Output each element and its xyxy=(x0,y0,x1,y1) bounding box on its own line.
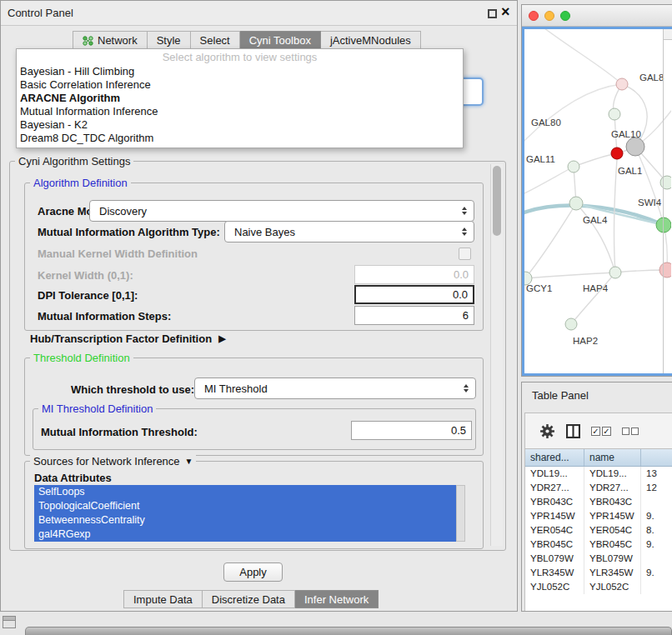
bottom-tab-discretize-data[interactable]: Discretize Data xyxy=(203,590,295,608)
control-panel-window: Control Panel × NetworkStyleSelectCyni T… xyxy=(0,0,518,612)
tab-cyni-toolbox[interactable]: Cyni Toolbox xyxy=(240,31,321,50)
columns-icon[interactable] xyxy=(566,424,580,438)
algorithm-option-mutual-information-inference[interactable]: Mutual Information Inference xyxy=(17,105,463,118)
table-panel: Table Panel ✓ ✓ shared...name YDL19...YD… xyxy=(521,382,672,612)
settings-scrollbar[interactable] xyxy=(490,164,503,546)
table-cell: YDR27... xyxy=(584,481,641,495)
zoom-traffic-light-icon[interactable] xyxy=(560,11,570,21)
attribute-item-betweennesscentrality[interactable]: BetweennessCentrality xyxy=(34,513,456,528)
aracne-mode-select[interactable]: Discovery xyxy=(89,200,474,222)
network-node[interactable] xyxy=(609,267,621,278)
algorithm-option-aracne-algorithm[interactable]: ARACNE Algorithm xyxy=(17,92,463,105)
algorithm-option-basic-correlation-inference[interactable]: Basic Correlation Inference xyxy=(17,78,463,92)
network-node[interactable] xyxy=(565,318,577,330)
table-row[interactable]: YBL079WYBL079W xyxy=(525,552,672,566)
table-row[interactable]: YLR345WYLR345W9. xyxy=(525,566,672,580)
network-node[interactable] xyxy=(568,161,579,172)
table-cell: 9. xyxy=(641,566,672,580)
column-header-shared[interactable]: shared... xyxy=(525,449,584,466)
attributes-scrollbar[interactable] xyxy=(456,485,465,542)
table-cell: YPR145W xyxy=(584,509,641,523)
algorithm-option-bayesian-k2[interactable]: Bayesian - K2 xyxy=(17,118,463,132)
network-edge[interactable] xyxy=(576,203,615,272)
table-row[interactable]: YDR27...YDR27...12 xyxy=(525,481,672,495)
network-edge[interactable] xyxy=(525,272,615,278)
table-cell: YER054C xyxy=(584,523,641,538)
network-view-window: GAL8GAL80GAL10GAL11GAL1SWI4GAL4GCY1HAP4H… xyxy=(521,4,672,377)
algorithm-option-dream8-dc-tdc-algorithm[interactable]: Dream8 DC_TDC Algorithm xyxy=(17,132,463,145)
network-edge[interactable] xyxy=(614,159,617,272)
table-cell: 13 xyxy=(641,467,672,481)
bottom-tab-impute-data[interactable]: Impute Data xyxy=(123,590,203,608)
network-edge[interactable] xyxy=(524,84,622,146)
node-label-gal8: GAL8 xyxy=(639,72,664,82)
table-row[interactable]: YBR043CYBR043C xyxy=(525,495,672,509)
bottom-tab-infer-network[interactable]: Infer Network xyxy=(295,590,379,608)
checked-box-icon: ✓ xyxy=(602,427,611,436)
tab-label: Cyni Toolbox xyxy=(249,34,311,47)
minimize-traffic-light-icon[interactable] xyxy=(544,11,554,21)
network-edge[interactable] xyxy=(571,272,615,324)
network-canvas[interactable]: GAL8GAL80GAL10GAL11GAL1SWI4GAL4GCY1HAP4H… xyxy=(522,27,672,376)
table-row[interactable]: YER054CYER054C8. xyxy=(525,523,672,538)
mi-steps-input[interactable]: 6 xyxy=(354,306,474,325)
network-node[interactable] xyxy=(626,138,644,156)
select-all-checks-icon[interactable]: ✓ ✓ xyxy=(591,427,611,436)
mi-threshold-input[interactable]: 0.5 xyxy=(351,421,472,440)
table-body: YDL19...YDL19...13YDR27...YDR27...12YBR0… xyxy=(525,467,672,594)
attribute-item-gal4rgexp[interactable]: gal4RGexp xyxy=(34,528,456,542)
algorithm-definition-title: Algorithm Definition xyxy=(30,177,131,189)
float-window-icon[interactable] xyxy=(488,9,497,18)
table-row[interactable]: YDL19...YDL19...13 xyxy=(525,467,672,481)
kernel-width-input[interactable]: 0.0 xyxy=(354,265,474,284)
network-node[interactable] xyxy=(616,78,628,90)
column-header-col2[interactable] xyxy=(641,449,672,466)
tab-jactivemnodules[interactable]: jActiveMNodules xyxy=(321,31,421,50)
network-window-titlebar[interactable] xyxy=(522,5,672,27)
network-node[interactable] xyxy=(609,108,620,120)
algorithm-list: Bayesian - Hill ClimbingBasic Correlatio… xyxy=(17,65,463,145)
control-panel-titlebar[interactable]: Control Panel × xyxy=(1,1,517,26)
network-node[interactable] xyxy=(569,197,583,210)
manual-kernel-width-checkbox[interactable] xyxy=(459,248,471,260)
close-window-icon[interactable]: × xyxy=(501,3,510,21)
network-edge[interactable] xyxy=(574,153,617,167)
stepper-arrows-icon xyxy=(457,228,472,236)
network-edge[interactable] xyxy=(635,147,664,225)
tab-style[interactable]: Style xyxy=(148,31,191,50)
which-threshold-select[interactable]: MI Threshold xyxy=(194,378,476,399)
manual-kernel-width-label: Manual Kernel Width Definition xyxy=(38,248,198,260)
table-row[interactable]: YBR045CYBR045C9. xyxy=(525,538,672,552)
sources-title: Sources for Network Inference xyxy=(33,455,180,468)
collapse-down-icon: ▼ xyxy=(185,457,193,466)
table-cell: YBR045C xyxy=(525,538,584,552)
sources-toggle[interactable]: Sources for Network Inference ▼ xyxy=(30,455,196,468)
settings-scrollbar-thumb[interactable] xyxy=(493,166,501,236)
table-row[interactable]: YJL052CYJL052C xyxy=(525,580,672,594)
unchecked-box-icon xyxy=(631,428,639,435)
gear-icon[interactable] xyxy=(539,423,555,439)
network-edge[interactable] xyxy=(524,167,574,196)
algorithm-option-bayesian-hill-climbing[interactable]: Bayesian - Hill Climbing xyxy=(17,65,463,78)
stepper-arrows-icon xyxy=(459,384,474,392)
clear-checks-icon[interactable] xyxy=(622,428,639,435)
dpi-tolerance-input[interactable]: 0.0 xyxy=(354,285,474,304)
table-row[interactable]: YPR145WYPR145W9. xyxy=(525,509,672,523)
network-scrollbar[interactable] xyxy=(663,29,672,373)
network-node[interactable] xyxy=(611,148,623,159)
attribute-item-selfloops[interactable]: SelfLoops xyxy=(34,485,456,499)
attribute-item-topologicalcoefficient[interactable]: TopologicalCoefficient xyxy=(34,499,456,513)
hub-definition-toggle[interactable]: Hub/Transcription Factor Definition ▶ xyxy=(30,332,226,345)
network-edge[interactable] xyxy=(525,203,576,278)
apply-button[interactable]: Apply xyxy=(223,562,283,582)
close-traffic-light-icon[interactable] xyxy=(529,11,539,21)
tab-network[interactable]: Network xyxy=(73,31,148,50)
background-window-titlebar[interactable] xyxy=(25,627,672,635)
tab-select[interactable]: Select xyxy=(191,31,240,50)
table-cell: YLR345W xyxy=(584,566,641,580)
network-edge[interactable] xyxy=(541,29,622,84)
panel-corner-icon[interactable] xyxy=(3,616,16,628)
column-header-name[interactable]: name xyxy=(584,449,641,466)
network-scrollbar-button[interactable] xyxy=(663,29,672,40)
mi-algorithm-type-select[interactable]: Naive Bayes xyxy=(224,221,474,242)
